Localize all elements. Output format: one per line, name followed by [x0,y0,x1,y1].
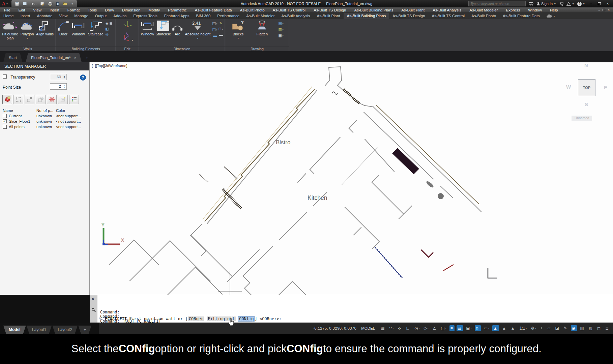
tab-start[interactable]: Start [3,53,22,62]
view-cube[interactable]: N W E S TOP Unnamed [562,62,613,126]
doc-close-button[interactable]: × [608,8,610,12]
restore-button[interactable] [596,1,602,6]
qnew-icon[interactable] [23,2,27,6]
status-toggle-icon[interactable]: ≡ [449,325,455,331]
ribbon-tab[interactable]: As-Built TS Control [429,13,468,19]
status-toggle-icon[interactable]: ◉ [571,325,577,331]
ribbon-tab[interactable]: Annotate [33,13,56,19]
mobile-icon[interactable] [56,2,59,6]
menu-item[interactable]: As-Built Plant [397,8,429,12]
status-toggle-icon[interactable]: ◇▾ [422,325,429,331]
layer-state-icon[interactable]: ▥▼ [279,27,284,32]
point-size-spinner[interactable]: 2 ▲▼ [50,83,67,90]
close-button[interactable]: × [605,1,610,6]
panel-label-walls[interactable]: Walls [0,46,56,51]
add-segment-button[interactable] [25,95,34,104]
command-close-icon[interactable]: × [92,297,94,301]
save-icon[interactable] [15,2,19,6]
no-slice-button[interactable]: No [36,95,46,104]
status-toggle-icon[interactable]: ✎ [563,325,569,331]
app-menu-button[interactable]: A▼ [0,0,10,7]
fit-outline-plan-button[interactable]: Fit outline plan [1,20,19,40]
menu-item[interactable]: As-Built Feature Data [191,8,236,12]
transparency-spinner[interactable]: 60 ▲▼ [50,74,67,80]
menu-item[interactable]: File [0,8,14,12]
flatten-button[interactable]: Flatten [254,20,270,36]
menu-item[interactable]: View [29,8,46,12]
panel-box-icon[interactable]: ◧ [105,27,109,31]
ribbon-tab[interactable]: As-Built Photo [468,13,499,19]
staircase-button[interactable]: Staircase [87,20,105,36]
search-icon[interactable] [529,2,533,6]
prompt-segment[interactable]: CORner [188,316,204,321]
status-toggle-icon[interactable]: ▲ [510,325,517,331]
ribbon-tab[interactable]: As-Built TS Design [389,13,428,19]
dim-style-icon[interactable]: ◰▼ [212,21,217,26]
window-button[interactable]: Window [70,20,86,36]
panel-label-building-elements[interactable]: Building Elements [56,46,116,51]
doc-restore-button[interactable] [603,8,605,12]
row-checkbox[interactable] [3,125,7,129]
table-row[interactable]: Current unknown <not support... [0,113,89,119]
menu-item[interactable]: Parametric [164,8,191,12]
menu-item[interactable]: Help [546,8,562,12]
status-toggle-icon[interactable]: ▥ [579,325,585,331]
menu-item[interactable]: Express [502,8,524,12]
menu-item[interactable]: As-Built Photo [236,8,269,12]
ribbon-tab[interactable]: Add-ins [110,13,130,19]
minimize-button[interactable]: – [588,1,593,6]
select-extents-button[interactable] [13,95,23,104]
grid-block-icon[interactable]: ⊞ [109,21,112,26]
model-space-button[interactable]: MODEL [359,326,377,331]
prompt-segment[interactable]: ] <CORner>: [255,316,281,321]
box-slice-button[interactable] [58,95,68,104]
table-row[interactable]: All points unknown <not support... [0,124,89,129]
status-toggle-icon[interactable]: ▢▾ [440,325,447,331]
drawing-canvas[interactable]: Bistro Kitchen Y X [−][Top][3dWireframe]… [90,62,613,295]
layout-tab[interactable]: Model [3,326,26,334]
viewcube-west[interactable]: W [566,84,571,90]
doc-minimize-button[interactable]: – [599,8,601,12]
status-toggle-icon[interactable]: ∟ [405,325,411,331]
ribbon-tab[interactable]: Express Tools [130,13,160,19]
status-toggle-icon[interactable]: ▭▾ [483,325,490,331]
status-toggle-icon[interactable]: ▤ [457,325,463,331]
tab-close-icon[interactable]: × [74,56,76,60]
viewcube-north[interactable]: N [584,62,588,68]
arc-button[interactable]: Arc [172,20,183,36]
viewcube-top-face[interactable]: TOP [578,79,595,96]
menu-item[interactable]: As-Built Modeler [465,8,502,12]
undo-icon[interactable] [30,2,37,6]
section-list-button[interactable] [69,95,79,104]
menu-item[interactable]: Insert [46,8,63,12]
ribbon-tab[interactable]: Performance [214,13,243,19]
ribbon-tab[interactable]: BIM 360 [193,13,214,19]
prompt-segment[interactable]: PCWALLFIT [105,316,127,321]
menu-item[interactable]: Edit [14,8,29,12]
status-toggle-icon[interactable]: ▱ [546,325,552,331]
align-walls-button[interactable]: Align walls [35,20,54,36]
plot-icon[interactable] [48,2,53,6]
status-toggle-icon[interactable]: + [539,325,544,331]
status-toggle-icon[interactable]: 1:1▾ [519,325,528,331]
prompt-segment[interactable] [236,316,238,321]
dim-staircase-button[interactable]: Staircase [155,20,171,36]
ribbon-tab[interactable]: As-Built Plant [314,13,344,19]
clip-cube-button[interactable] [2,95,12,104]
layout-tab[interactable]: + [78,326,91,334]
dim-line-icon[interactable]: ▬ [213,33,217,38]
transparency-checkbox[interactable] [3,74,7,79]
status-toggle-icon[interactable]: ⇅ [475,325,481,331]
help-icon[interactable]: ?▼ [577,2,585,6]
status-toggle-icon[interactable]: ∠ [432,325,438,331]
status-toggle-icon[interactable]: ▦ [380,325,386,331]
panel-label-dimension[interactable]: Dimension [139,46,225,51]
status-toggle-icon[interactable]: ▲ [492,325,499,331]
copy-book-icon[interactable]: ▦▼ [279,33,284,38]
open-folder-icon[interactable] [63,2,68,6]
status-toggle-icon[interactable]: ≣ [604,325,610,331]
status-toggle-icon[interactable]: ⚙▾ [530,325,537,331]
command-window[interactable]: × Command:Command:Command: _KUBT_PC_WALL… [90,295,613,323]
command-prompt[interactable]: ✎▾ PCWALLFIT First point on wall or [COR… [99,316,282,321]
phone-tool-icon[interactable]: ◎ [105,32,109,36]
